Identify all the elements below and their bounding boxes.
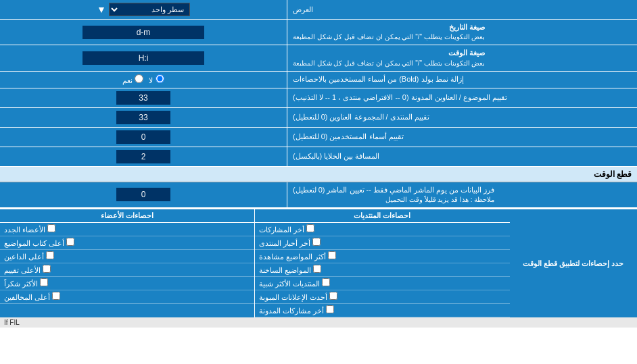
list-item: الأعضاء الجدد xyxy=(0,223,254,236)
bold-remove-radio-cell: لا نعم xyxy=(0,72,287,88)
col2-item2-label[interactable]: أعلى كتاب المواضيع xyxy=(4,238,74,248)
col1-item1-label[interactable]: أخر المشاركات xyxy=(259,224,314,234)
display-select[interactable]: سطر واحد سطرين ثلاثة أسطر xyxy=(109,3,190,16)
col2-item4-checkbox[interactable] xyxy=(43,265,51,273)
col2-item5-checkbox[interactable] xyxy=(40,278,48,286)
bold-remove-text: إزالة نمط بولد (Bold) من أسماء المستخدمي… xyxy=(293,74,464,84)
time-format-title: صيغة الوقت xyxy=(293,48,485,58)
date-format-label: صيغة التاريخ بعض التكوينات يتطلب "/" الت… xyxy=(287,20,637,45)
col-headers: احصاءات المنتديات احصاءات الأعضاء xyxy=(0,209,510,223)
col1-item4-checkbox[interactable] xyxy=(313,265,321,273)
date-format-input[interactable] xyxy=(82,26,204,39)
topics-ordering-input-cell xyxy=(0,88,287,107)
cutoff-section-title: قطع الوقت xyxy=(0,167,637,182)
col1-header: احصاءات المنتديات xyxy=(254,209,509,222)
date-format-title: صيغة التاريخ xyxy=(293,22,485,32)
radio-no[interactable] xyxy=(156,74,164,83)
display-input-area: سطر واحد سطرين ثلاثة أسطر ▼ xyxy=(0,0,287,19)
col2-header-text: احصاءات الأعضاء xyxy=(101,211,154,219)
radio-no-label[interactable]: لا xyxy=(149,74,164,85)
col2-item4-label[interactable]: الأعلى تقييم xyxy=(4,265,51,275)
usernames-ordering-input[interactable] xyxy=(116,130,170,144)
list-item: أعلى الداعين xyxy=(0,250,254,263)
usernames-ordering-input-cell xyxy=(0,128,287,147)
time-format-label: صيغة الوقت بعض التكوينات يتطلب "/" التي … xyxy=(287,45,637,70)
forum-ordering-row: تقييم المنتدى / المجموعة العناوين (0 للت… xyxy=(0,108,637,128)
time-format-input[interactable] xyxy=(82,51,204,65)
col2-item6-checkbox[interactable] xyxy=(52,292,60,300)
cutoff-data-input-cell xyxy=(0,182,287,207)
forum-ordering-label: تقييم المنتدى / المجموعة العناوين (0 للت… xyxy=(287,108,637,127)
col1-item3-label[interactable]: أكثر المواضيع مشاهدة xyxy=(259,251,336,261)
col2-item3-checkbox[interactable] xyxy=(46,251,54,259)
list-item: أكثر المواضيع مشاهدة xyxy=(255,250,509,263)
col1-item7-label[interactable]: أخر مشاركات المدونة xyxy=(259,305,334,315)
list-item: أخر المشاركات xyxy=(255,223,509,236)
cutoff-note-text: ملاحظة : هذا قد يزيد قليلاً وقت التحميل xyxy=(293,195,494,205)
list-item: أحدث الإعلانات المبوبة xyxy=(255,290,509,304)
time-format-row: صيغة الوقت بعض التكوينات يتطلب "/" التي … xyxy=(0,45,637,71)
col2-item2-checkbox[interactable] xyxy=(66,238,74,246)
date-format-row: صيغة التاريخ بعض التكوينات يتطلب "/" الت… xyxy=(0,20,637,45)
col1-item1-checkbox[interactable] xyxy=(306,224,314,232)
forum-ordering-input[interactable] xyxy=(116,111,170,124)
topics-ordering-row: تقييم الموضوع / العناوين المدونة (0 -- ا… xyxy=(0,88,637,108)
radio-yes[interactable] xyxy=(135,74,143,83)
date-format-input-cell xyxy=(0,20,287,45)
list-item: أخر مشاركات المدونة xyxy=(255,304,509,317)
col1-item4-label[interactable]: المواضيع الساخنة xyxy=(259,265,321,275)
col2-item3-label[interactable]: أعلى الداعين xyxy=(4,251,54,261)
forum-ordering-input-cell xyxy=(0,108,287,127)
col1-item6-label[interactable]: أحدث الإعلانات المبوبة xyxy=(259,292,337,302)
topics-ordering-text: تقييم الموضوع / العناوين المدونة (0 -- ا… xyxy=(293,93,507,103)
bottom-section: حدد إحصاءات لتطبيق قطع الوقت احصاءات الم… xyxy=(0,208,637,317)
cutoff-title-text: قطع الوقت xyxy=(594,170,632,179)
col2-item5-label[interactable]: الأكثر شكراً xyxy=(4,278,48,288)
cell-spacing-text: المسافة بين الخلايا (بالبكسل) xyxy=(293,151,380,161)
list-item: المنتديات الأكثر شبية xyxy=(255,277,509,290)
col2-item6-label[interactable]: أعلى المخالفين xyxy=(4,292,60,302)
col1-item5-checkbox[interactable] xyxy=(322,278,330,286)
col1-item2-checkbox[interactable] xyxy=(312,238,321,246)
cell-spacing-label: المسافة بين الخلايا (بالبكسل) xyxy=(287,147,637,166)
apply-label: حدد إحصاءات لتطبيق قطع الوقت xyxy=(510,209,637,317)
display-row: العرض سطر واحد سطرين ثلاثة أسطر ▼ xyxy=(0,0,637,20)
col1-item3-checkbox[interactable] xyxy=(328,251,336,259)
bold-remove-row: إزالة نمط بولد (Bold) من أسماء المستخدمي… xyxy=(0,72,637,88)
topics-ordering-input[interactable] xyxy=(116,91,170,105)
radio-yes-text: نعم xyxy=(122,76,133,84)
col1-checkboxes: أخر المشاركات أخر أخبار المنتدى أكثر الم… xyxy=(254,223,509,317)
forum-ordering-text: تقييم المنتدى / المجموعة العناوين (0 للت… xyxy=(293,112,429,122)
bold-remove-label: إزالة نمط بولد (Bold) من أسماء المستخدمي… xyxy=(287,72,637,88)
cell-spacing-input[interactable] xyxy=(116,150,170,163)
radio-yes-label[interactable]: نعم xyxy=(122,74,143,85)
col2-checkboxes: الأعضاء الجدد أعلى كتاب المواضيع أعلى ال… xyxy=(0,223,254,317)
checkboxes-cols: أخر المشاركات أخر أخبار المنتدى أكثر الم… xyxy=(0,223,510,317)
usernames-ordering-row: تقييم أسماء المستخدمين (0 للتعطيل) xyxy=(0,128,637,147)
display-text: العرض xyxy=(293,5,313,14)
col1-header-text: احصاءات المنتديات xyxy=(354,211,410,219)
list-item: أعلى كتاب المواضيع xyxy=(0,236,254,250)
list-item: أخر أخبار المنتدى xyxy=(255,236,509,250)
apply-text: حدد إحصاءات لتطبيق قطع الوقت xyxy=(523,259,623,268)
col1-item6-checkbox[interactable] xyxy=(329,292,337,300)
usernames-ordering-text: تقييم أسماء المستخدمين (0 للتعطيل) xyxy=(293,132,404,142)
cutoff-data-label: فرز البيانات من يوم الماشر الماضي فقط --… xyxy=(287,182,637,207)
cell-spacing-input-cell xyxy=(0,147,287,166)
col2-item1-checkbox[interactable] xyxy=(47,224,55,232)
usernames-ordering-label: تقييم أسماء المستخدمين (0 للتعطيل) xyxy=(287,128,637,147)
date-format-desc: بعض التكوينات يتطلب "/" التي يمكن ان تضا… xyxy=(293,32,485,42)
time-format-input-cell xyxy=(0,45,287,70)
display-label: العرض xyxy=(287,0,637,19)
checkboxes-area: احصاءات المنتديات احصاءات الأعضاء أخر ال… xyxy=(0,209,510,317)
cutoff-data-text: فرز البيانات من يوم الماشر الماضي فقط --… xyxy=(293,185,494,195)
col1-item2-label[interactable]: أخر أخبار المنتدى xyxy=(259,238,321,248)
list-item: الأعلى تقييم xyxy=(0,263,254,277)
col2-header: احصاءات الأعضاء xyxy=(0,209,254,222)
footer-note: If FIL xyxy=(0,317,637,328)
col1-item5-label[interactable]: المنتديات الأكثر شبية xyxy=(259,278,330,288)
list-item: أعلى المخالفين xyxy=(0,290,254,304)
cutoff-data-input[interactable] xyxy=(116,188,170,201)
col1-item7-checkbox[interactable] xyxy=(326,305,334,313)
col2-item1-label[interactable]: الأعضاء الجدد xyxy=(4,224,55,234)
